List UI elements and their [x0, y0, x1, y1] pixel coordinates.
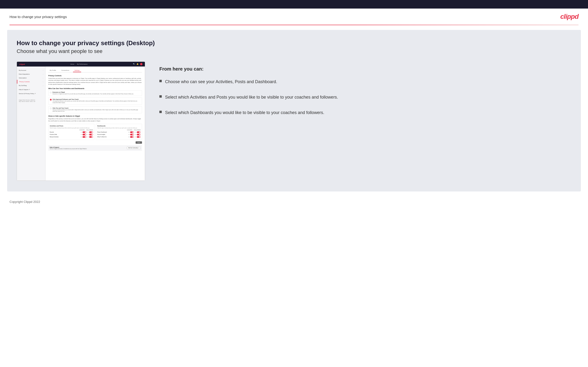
mock-sidebar-subscription[interactable]: Subscription › [17, 76, 45, 80]
round-insights-coaches-toggle[interactable] [130, 134, 134, 135]
mock-privacy-title: Privacy Controls [48, 75, 142, 76]
page-heading: How to change your privacy settings (Des… [17, 39, 571, 47]
mock-sidebar-privacy-policy[interactable]: Service & Privacy Policy ↗ [17, 92, 45, 95]
mock-nav-icons: 🔍 🔔 [133, 63, 142, 65]
mock-sidebar-privacy[interactable]: Privacy Controls › [17, 80, 45, 83]
header-divider [9, 25, 579, 25]
chevron-right-icon: › [43, 73, 43, 75]
mock-toggle-what-to-work: What To Work On ON ON [97, 136, 141, 138]
bullet-square-3 [159, 111, 162, 113]
rounds-coaches-toggle[interactable] [83, 131, 86, 133]
chevron-right-icon: › [43, 77, 43, 79]
mock-dashboards-box: Dashboards Select the types of activity … [96, 124, 142, 140]
mock-features-desc: Regardless of the privacy controls that … [48, 118, 142, 122]
search-icon: 🔍 [133, 63, 135, 65]
mock-tab-connections[interactable]: Connections [60, 69, 71, 72]
manual-followers-toggle[interactable] [89, 136, 93, 138]
bullet-item-3: Select which Dashboards you would like t… [159, 110, 571, 116]
mock-toggle-round-insights: Round Insights ON ON [97, 134, 141, 135]
chevron-right-icon: › [43, 81, 43, 83]
player-dashboard-coaches-toggle[interactable] [130, 131, 134, 133]
header-title: How to change your privacy settings [9, 15, 67, 19]
mock-help-section: Help & Support Visit our Clippd communit… [48, 145, 142, 151]
info-panel: From here you can: Choose who can see yo… [155, 61, 571, 116]
mock-nav-home: Home [70, 63, 74, 65]
radio-only-you-button[interactable] [50, 108, 52, 109]
bullet-square-1 [159, 80, 162, 82]
drills-followers-toggle[interactable] [89, 134, 93, 135]
what-to-work-followers-toggle[interactable] [137, 136, 141, 138]
mock-radio-followers[interactable]: Only Approved Followers and Your Coach O… [48, 97, 142, 105]
mock-save-row: Save [48, 141, 142, 144]
mock-tab-settings[interactable]: Settings [73, 69, 81, 72]
mock-sidebar-help[interactable]: Help & Support ↗ [17, 87, 45, 92]
rounds-followers-toggle[interactable] [89, 131, 93, 133]
mock-features-section: Show or hide specific features in Clippd… [48, 115, 142, 140]
chevron-right-icon: › [43, 70, 43, 71]
page-subheading: Choose what you want people to see [17, 48, 571, 54]
bullet-text-2: Select which Activities and Posts you wo… [165, 94, 338, 100]
manual-coaches-toggle[interactable] [83, 136, 86, 138]
bullet-list: Choose who can see your Activities, Post… [159, 79, 571, 116]
mock-logo: clippd [19, 63, 25, 65]
mock-radio-only-you[interactable]: Only You and Your Coach Only you and the… [48, 106, 142, 114]
mock-tabs: My Profile Connections Settings [48, 69, 142, 72]
mock-radio-everyone[interactable]: Everyone on Clippd Everyone on Clippd ca… [48, 90, 142, 96]
mock-sidebar: My Account › Data Integrations › Subscri… [17, 67, 45, 181]
mock-toggle-drills: Practice Drills ON ON [50, 134, 93, 135]
mock-save-button[interactable]: Save [136, 141, 142, 144]
mock-toggle-rounds: Rounds ON ON [50, 131, 93, 133]
mock-activities-box: Activities and Posts Select the types of… [48, 124, 95, 140]
mock-privacy-desc: Control how you and your data appears to… [48, 77, 142, 85]
bullet-text-1: Choose who can see your Activities, Post… [165, 79, 277, 85]
mock-body: My Account › Data Integrations › Subscri… [17, 67, 145, 181]
drills-coaches-toggle[interactable] [83, 134, 86, 135]
mock-sidebar-version: Clippd Client Version: 2022.8.2 SQL Serv… [17, 98, 45, 104]
screenshot-mockup: clippd Home My Performance 🔍 🔔 My Accoun… [17, 61, 145, 181]
copyright-text: Copyright Clippd 2022 [9, 200, 40, 204]
mock-nav-performance: My Performance [77, 63, 87, 65]
mock-privacy-section: Privacy Controls Control how you and you… [48, 75, 142, 85]
what-to-work-coaches-toggle[interactable] [130, 136, 134, 138]
player-dashboard-followers-toggle[interactable] [137, 131, 141, 133]
footer: Copyright Clippd 2022 [0, 196, 588, 207]
top-bar [0, 0, 588, 8]
mock-who-can-see: Who Can See Your Activities and Dashboar… [48, 88, 142, 113]
mock-tab-profile[interactable]: My Profile [48, 69, 58, 72]
bullet-text-3: Select which Dashboards you would like t… [165, 110, 324, 116]
bell-icon: 🔔 [137, 63, 139, 65]
content-layout: clippd Home My Performance 🔍 🔔 My Accoun… [17, 61, 571, 181]
mock-toggle-player-dashboard: Player Dashboard ON ON [97, 131, 141, 133]
mock-sidebar-golfbag[interactable]: My Golf Bag › [17, 83, 45, 87]
mock-nav: Home My Performance [70, 63, 87, 65]
radio-everyone-button[interactable] [50, 92, 52, 93]
radio-followers-button[interactable] [50, 99, 52, 100]
mock-sidebar-data[interactable]: Data Integrations › [17, 72, 45, 76]
round-insights-followers-toggle[interactable] [137, 134, 141, 135]
mock-toggle-manual: Manual Activities ON ON [50, 136, 93, 138]
visit-community-button[interactable]: Visit Our Community ↗ [127, 147, 141, 149]
mock-toggle-section: Activities and Posts Select the types of… [48, 124, 142, 140]
bullet-item-1: Choose who can see your Activities, Post… [159, 79, 571, 85]
chevron-right-icon: › [43, 85, 43, 86]
main-content: How to change your privacy settings (Des… [7, 30, 581, 192]
mock-topbar: clippd Home My Performance 🔍 🔔 [17, 62, 145, 67]
mock-main-panel: My Profile Connections Settings Privacy … [45, 67, 145, 181]
mock-who-title: Who Can See Your Activities and Dashboar… [48, 88, 142, 89]
logo: clippd [560, 13, 579, 20]
mock-features-title: Show or hide specific features in Clippd [48, 115, 142, 117]
bullet-square-2 [159, 95, 162, 98]
user-avatar [140, 63, 142, 65]
header: How to change your privacy settings clip… [0, 8, 588, 25]
mock-sidebar-account[interactable]: My Account › [17, 68, 45, 72]
bullet-item-2: Select which Activities and Posts you wo… [159, 94, 571, 100]
info-heading: From here you can: [159, 66, 571, 72]
